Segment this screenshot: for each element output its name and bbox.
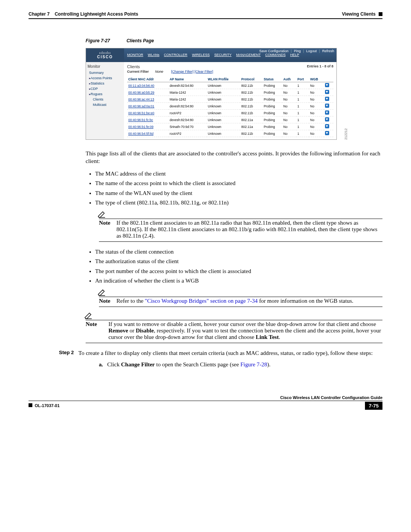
note-text: If the 802.11n client associates to an 8… (116, 220, 382, 239)
sidebar-clients[interactable]: Clients (88, 97, 123, 102)
cell-auth: No (282, 96, 296, 103)
row-dropdown-icon[interactable] (325, 131, 329, 135)
panel-title: Clients (127, 64, 140, 69)
table-row: 00:40:96:b4:5f:8drootAP2Unknown802.11bPr… (127, 130, 333, 137)
nav-wireless[interactable]: WIRELESS (192, 53, 210, 57)
nav-monitor[interactable]: MONITOR (127, 53, 143, 57)
util-logout[interactable]: Logout (306, 49, 317, 53)
util-ping[interactable]: Ping (294, 49, 301, 53)
filter-row: Current Filter None [Change Filter] [Cle… (127, 70, 333, 73)
nav-help[interactable]: HELP (290, 53, 299, 57)
sidebar-multicast[interactable]: Multicast (88, 102, 123, 107)
filter-label: Current Filter (127, 70, 149, 73)
bold-disable: Disable (136, 328, 154, 334)
list-item: The name of the WLAN used by the client (95, 189, 382, 198)
th-port: Port (296, 77, 309, 82)
client-mac-link[interactable]: 00:40:96:ac:44:13 (128, 97, 154, 101)
cell-status: Probing (263, 110, 282, 117)
cell-wgb: No (309, 103, 324, 110)
cell-wgb: No (309, 110, 324, 117)
row-dropdown-icon[interactable] (325, 97, 329, 101)
row-dropdown-icon[interactable] (325, 117, 329, 121)
cell-status: Probing (263, 123, 282, 130)
row-dropdown-icon[interactable] (325, 104, 329, 108)
cell-port: 1 (296, 103, 309, 110)
client-mac-link[interactable]: 00:40:96:b1:fc:bc (128, 118, 153, 122)
cisco-bars-icon: ıılııılıı (99, 51, 111, 55)
client-mac-link[interactable]: 00:40:96:ad:0a:01 (128, 104, 155, 108)
cisco-logo: ıılııılıı CISCO (86, 48, 124, 62)
nav-controller[interactable]: CONTROLLER (164, 53, 188, 57)
figure-title: Clients Page (126, 38, 154, 43)
sidebar-access-points[interactable]: Access Points (88, 75, 123, 81)
page-header: Chapter 7 Controlling Lightweight Access… (29, 11, 382, 17)
sidebar: Monitor Summary Access Points Statistics… (86, 62, 124, 139)
sidebar-cdp[interactable]: CDP (88, 86, 123, 91)
page-number-badge: 7-75 (365, 402, 382, 410)
cell-status: Probing (263, 103, 282, 110)
nav-security[interactable]: SECURITY (214, 53, 232, 57)
cell-port: 1 (296, 82, 309, 89)
cell-wgb: No (309, 130, 324, 137)
row-dropdown-icon[interactable] (325, 90, 329, 94)
cell-port: 1 (296, 89, 309, 96)
clear-filter-link[interactable]: [Clear Filter] (194, 70, 213, 73)
cell-auth: No (282, 123, 296, 130)
controller-top-bar: ıılııılıı CISCO Save Configuration| Ping… (86, 48, 336, 62)
client-mac-link[interactable]: 00:40:96:b4:5f:8d (128, 132, 153, 136)
util-save-config[interactable]: Save Configuration (259, 49, 288, 53)
cell-ap: Maria-1242 (169, 89, 207, 96)
row-dropdown-icon[interactable] (325, 124, 329, 128)
cell-ap: rootAP2 (169, 110, 207, 117)
th-auth: Auth (282, 77, 296, 82)
nav-management[interactable]: MANAGEMENT (236, 53, 261, 57)
sidebar-statistics[interactable]: Statistics (88, 81, 123, 86)
th-mac: Client MAC Addr (127, 77, 169, 82)
step-label: Step 2 (59, 349, 74, 357)
cell-auth: No (282, 82, 296, 89)
cell-wlan: Unknown (207, 82, 240, 89)
cell-status: Probing (263, 130, 282, 137)
util-refresh[interactable]: Refresh (322, 49, 334, 53)
controller-ui: ıılııılıı CISCO Save Configuration| Ping… (86, 48, 337, 140)
step-2: Step 2 To create a filter to display onl… (29, 349, 382, 357)
nav-wlans[interactable]: WLANs (148, 53, 159, 57)
cell-wgb: No (309, 89, 324, 96)
substep-label: a. (99, 361, 106, 368)
cell-wgb: No (309, 96, 324, 103)
cell-protocol: 802.11b (240, 96, 263, 103)
section-title: Viewing Clients (342, 11, 376, 17)
intro-paragraph: This page lists all of the clients that … (86, 150, 382, 165)
client-mac-link[interactable]: 00:11:a3:04:b6:40 (128, 84, 155, 88)
footer-marker-icon (29, 403, 32, 407)
note-text: Refer to the "Cisco Workgroup Bridges" s… (116, 298, 382, 304)
cisco-brand-text: CISCO (97, 55, 113, 59)
figure-screenshot: ıılııılıı CISCO Save Configuration| Ping… (86, 48, 342, 140)
row-dropdown-icon[interactable] (325, 83, 329, 87)
cell-auth: No (282, 110, 296, 117)
cell-port: 1 (296, 123, 309, 130)
note2-post: for more information on the WGB status. (258, 298, 353, 304)
client-mac-link[interactable]: 00:40:96:a0:b5:29 (128, 91, 155, 94)
client-mac-link[interactable]: 00:40:96:b1:be:e0 (128, 111, 155, 115)
cell-port: 1 (296, 96, 309, 103)
change-filter-link[interactable]: [Change Filter] (171, 70, 194, 73)
cell-wgb: No (309, 123, 324, 130)
th-wgb: WGB (309, 77, 324, 82)
figure-xref-link[interactable]: Figure 7-28 (241, 361, 267, 367)
sidebar-summary[interactable]: Summary (88, 70, 123, 75)
note2-xref-link[interactable]: "Cisco Workgroup Bridges" section on pag… (145, 298, 258, 304)
section-marker-icon (379, 12, 382, 16)
sidebar-rogues[interactable]: Rogues (88, 91, 123, 97)
list-item: The status of the client connection (95, 247, 382, 257)
header-rule (29, 18, 382, 19)
bullet-list-1: The MAC address of the client The name o… (95, 169, 382, 208)
chapter-title: Controlling Lightweight Access Points (55, 11, 139, 17)
client-mac-link[interactable]: 00:40:96:b1:fe:09 (128, 125, 153, 129)
row-dropdown-icon[interactable] (325, 110, 329, 115)
footer-left: OL-17037-01 (29, 403, 60, 408)
note2-pre: Refer to the (116, 298, 145, 304)
cell-status: Probing (263, 117, 282, 123)
nav-commands[interactable]: COMMANDS (265, 53, 286, 57)
bold-linktest: Link Test (256, 334, 279, 340)
